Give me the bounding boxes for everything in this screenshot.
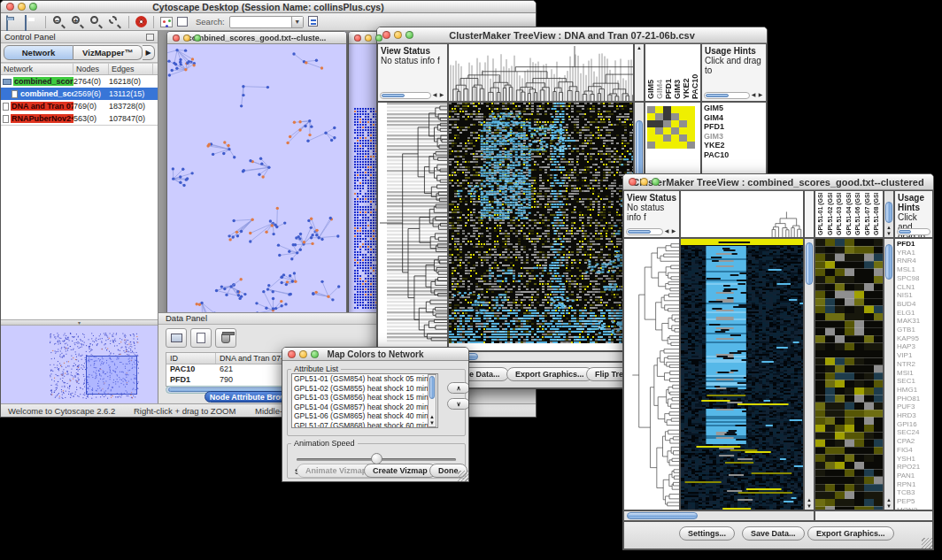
column-label[interactable]: GIM5 (646, 46, 655, 99)
gene-label[interactable]: KAP95 (897, 334, 930, 343)
treeview2-title-bar[interactable]: ClusterMaker TreeView : combined_scores_… (623, 174, 933, 190)
row-dendrogram[interactable] (377, 102, 448, 351)
column-header-edges[interactable]: Edges (109, 64, 153, 74)
zoom-button[interactable] (405, 31, 413, 39)
close-button[interactable] (382, 31, 390, 39)
column-label[interactable]: GIM4 (655, 46, 664, 99)
gene-label[interactable]: SEC24 (897, 428, 930, 437)
zoom-heatmap-panel[interactable] (815, 238, 884, 510)
minimize-button[interactable] (640, 178, 648, 186)
gene-label[interactable]: TCB3 (897, 488, 930, 497)
attribute-option[interactable]: GPL51-04 (GSM857) heat shock 20 min (294, 403, 437, 412)
dialog-title-bar[interactable]: Map Colors to Network (282, 348, 468, 361)
tab-network[interactable]: Network (4, 45, 73, 60)
close-button[interactable] (354, 35, 361, 42)
open-session-button[interactable] (6, 16, 20, 28)
zoom-selected-icon[interactable] (89, 16, 104, 28)
annotation-icon[interactable] (177, 16, 191, 28)
gene-label[interactable]: RPO21 (897, 463, 930, 472)
zoom-button[interactable] (29, 3, 37, 11)
column-label[interactable]: YKE2 (682, 46, 691, 99)
close-button[interactable] (6, 3, 14, 11)
attribute-option[interactable]: GPL51-06 (GSM865) heat shock 40 min (294, 411, 437, 421)
move-down-button[interactable]: ∨ (447, 398, 469, 410)
row-dendrogram[interactable] (623, 238, 680, 510)
panel-splitter[interactable]: ▾ (1, 319, 158, 326)
delete-attribute-button[interactable] (215, 328, 236, 348)
zoom-out-icon[interactable]: − (52, 16, 66, 28)
export-graphics-button[interactable]: Export Graphics... (807, 526, 894, 541)
attribute-option[interactable]: GPL51-01 (GSM854) heat shock 05 min (294, 374, 437, 384)
heatmap-hscrollbar[interactable] (623, 510, 815, 521)
minimize-button[interactable] (18, 3, 26, 11)
help-lifering-icon[interactable] (135, 16, 147, 27)
gene-label[interactable]: CPA2 (897, 437, 930, 446)
tab-overflow-arrow[interactable]: ▶ (143, 45, 155, 60)
main-title-bar[interactable]: Cytoscape Desktop (Session Name: collins… (1, 1, 536, 13)
zoom-in-icon[interactable]: + (71, 16, 85, 28)
gene-label[interactable]: MSI1 (897, 369, 930, 378)
gene-label[interactable]: HMG1 (897, 386, 930, 395)
minimize-button[interactable] (365, 35, 372, 42)
new-attribute-button[interactable] (190, 328, 212, 348)
save-session-button[interactable] (25, 16, 39, 28)
scroll-right-icon[interactable]: ▶ (757, 90, 764, 100)
gene-label[interactable]: RNR4 (897, 257, 930, 265)
save-data-button[interactable]: Save Data... (742, 526, 805, 541)
gene-label[interactable]: GIM3 (704, 132, 764, 142)
status-hscrollbar[interactable]: ◀ ▶ (380, 91, 445, 99)
minimize-button[interactable] (183, 35, 190, 42)
gene-label[interactable]: HRD3 (897, 411, 930, 420)
network-view-icon[interactable] (160, 17, 173, 27)
zoom-fit-icon[interactable] (108, 16, 122, 28)
birdseye-viewport-rect[interactable] (86, 356, 137, 395)
column-label[interactable]: GPL51-07 (GSM868) (863, 193, 873, 235)
gene-label[interactable]: MSL1 (897, 265, 930, 274)
move-up-button[interactable]: ∧ (447, 382, 469, 394)
column-label[interactable]: GIM3 (673, 46, 682, 99)
resize-grip[interactable] (458, 471, 468, 481)
gene-label[interactable]: MAK31 (897, 317, 930, 326)
zoom-button[interactable] (375, 35, 382, 42)
gene-label[interactable]: NTR2 (897, 360, 930, 369)
gene-label[interactable]: PUF3 (897, 403, 930, 411)
column-dendrogram[interactable] (448, 43, 634, 102)
gene-label[interactable]: GPI16 (897, 420, 930, 429)
status-hscrollbar[interactable]: ◀ ▶ (626, 227, 677, 235)
minimize-button[interactable] (299, 350, 307, 358)
column-label[interactable]: GPL51-08 (GSM872) (872, 193, 882, 235)
minimize-button[interactable] (394, 31, 402, 39)
hints-hscrollbar[interactable] (897, 227, 930, 235)
column-label[interactable]: PFD1 (664, 46, 673, 99)
hints-hscrollbar[interactable]: ◀ ▶ (704, 91, 764, 99)
network-canvas[interactable] (167, 44, 346, 321)
gene-label[interactable]: RPN1 (897, 480, 930, 489)
zoom-button[interactable] (194, 35, 201, 42)
treeview1-title-bar[interactable]: ClusterMaker TreeView : DNA and Tran 07-… (377, 27, 767, 43)
gene-label[interactable]: BUD4 (897, 300, 930, 309)
gene-label[interactable]: YKE2 (704, 141, 764, 150)
chevron-down-icon[interactable]: ▼ (291, 17, 303, 27)
attribute-option[interactable]: GPL51-07 (GSM868) heat shock 60 min (294, 421, 437, 429)
column-label[interactable]: GPL51-02 (GSM855) (826, 193, 836, 235)
gene-label[interactable]: SPC98 (897, 274, 930, 283)
column-scroll-strip[interactable]: ▲ (634, 43, 645, 102)
zoom-button[interactable] (652, 178, 660, 186)
attribute-listbox[interactable]: GPL51-01 (GSM854) heat shock 05 minGPL51… (291, 373, 438, 428)
gene-label[interactable]: YSH1 (897, 455, 930, 464)
float-panel-icon[interactable] (146, 34, 154, 41)
resize-grip[interactable] (922, 538, 932, 548)
gene-label[interactable]: GIM4 (704, 113, 764, 123)
select-attributes-button[interactable] (166, 328, 187, 348)
scroll-left-icon[interactable]: ◀ (663, 226, 670, 236)
create-vizmap-button[interactable]: Create Vizmap (364, 464, 436, 478)
gene-label[interactable]: CLN1 (897, 283, 930, 292)
gene-label[interactable]: GTB1 (897, 326, 930, 334)
global-heatmap[interactable] (680, 238, 804, 510)
network-row-selected[interactable]: combined_sco 2569(6) 13112(15) (1, 88, 158, 100)
tab-vizmapper[interactable]: VizMapper™ (73, 45, 143, 60)
search-combobox[interactable]: ▼ (229, 16, 304, 28)
network-row[interactable]: DNA and Tran 07 769(0) 183728(0) (1, 100, 158, 112)
network-row[interactable]: combined_scores_ 2764(0) 16218(0) (1, 75, 158, 88)
global-heatmap[interactable] (448, 102, 634, 351)
